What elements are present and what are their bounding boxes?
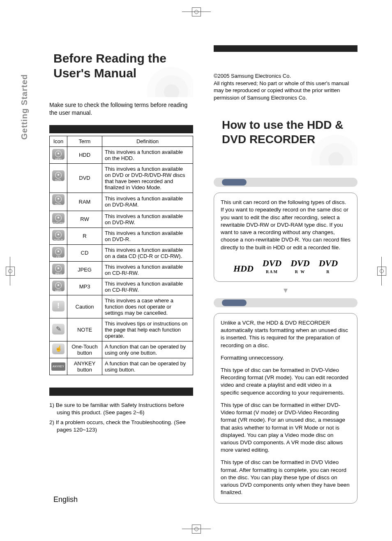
right-title-wrap: How to use the HDD & DVD RECORDER: [214, 109, 357, 165]
hdd-logo: HDD: [233, 262, 254, 275]
caution-icon: [52, 301, 65, 311]
term-cell: DVD: [67, 163, 102, 193]
formatting-p4: This type of disc can be formatted in ei…: [221, 402, 350, 454]
disc-icon: DVD-VIDEO: [52, 170, 65, 181]
disc-icon: JPEG: [52, 264, 65, 274]
dvd-r-logo: DVDR: [319, 257, 338, 275]
term-cell: One-Touch button: [67, 341, 102, 358]
registration-mark-right: [377, 267, 386, 276]
definition-cell: This involves a function available on th…: [102, 146, 193, 163]
th-term: Term: [67, 136, 102, 146]
icon-cell: DVD-VIDEO: [50, 163, 67, 193]
right-column: ©2005 Samsung Electronics Co. All rights…: [214, 45, 357, 504]
definition-cell: This involves a function available on CD…: [102, 278, 193, 295]
list-item: 1) Be sure to be familiar with Safety In…: [49, 402, 193, 416]
page-language-footer: English: [53, 495, 78, 504]
disc-icon: MP3: [52, 281, 65, 291]
term-cell: HDD: [67, 146, 102, 163]
term-cell: NOTE: [67, 318, 102, 341]
table-row: JPEGJPEGThis involves a function availab…: [50, 261, 193, 278]
table-row: DVD-VIDEODVDThis involves a function ava…: [50, 163, 193, 193]
icon-cell: MP3: [50, 278, 67, 295]
left-title-wrap: Before Reading the User's Manual: [49, 45, 193, 97]
icon-cell: JPEG: [50, 261, 67, 278]
definition-cell: This involves a function available on DV…: [102, 228, 193, 244]
definition-cell: This involves a function available on a …: [102, 244, 193, 261]
dvd-ram-logo: DVDRAM: [263, 257, 281, 275]
formatting-p1: Unlike a VCR, the HDD & DVD RECORDER aut…: [221, 319, 350, 349]
disc-icon: CD: [52, 247, 65, 258]
icon-cell: DVD-R: [50, 228, 67, 244]
left-column: Before Reading the User's Manual Make su…: [49, 45, 193, 504]
definition-cell: This involves a function available on DV…: [102, 193, 193, 211]
icon-cell: [50, 318, 67, 341]
list-item: 2) If a problem occurs, check the Troubl…: [49, 419, 193, 434]
terms-table: Icon Term Definition HDDHDDThis involves…: [49, 136, 193, 375]
disc-logo-row: HDD DVDRAM DVDR W DVDR: [221, 257, 350, 275]
definition-cell: This involves a function available on DV…: [102, 211, 193, 228]
th-definition: Definition: [102, 136, 193, 146]
definition-cell: A function that can be operated by using…: [102, 341, 193, 358]
term-cell: ANYKEY button: [67, 358, 102, 375]
formatting-p2: Formatting unneccessory.: [221, 354, 350, 362]
table-row: ANYKEYANYKEY buttonA function that can b…: [50, 358, 193, 375]
term-cell: RW: [67, 211, 102, 228]
term-cell: R: [67, 228, 102, 244]
notes-heading-bar: [49, 388, 193, 396]
term-cell: JPEG: [67, 261, 102, 278]
table-row: CautionThis involves a case where a func…: [50, 295, 193, 318]
formatting-box: Unlike a VCR, the HDD & DVD RECORDER aut…: [214, 313, 357, 504]
icon-cell: ANYKEY: [50, 358, 67, 375]
disc-icon: DVD-RW: [52, 213, 65, 224]
formatting-p3: This type of disc can be formatted in DV…: [221, 367, 350, 397]
icon-cell: DVD-RW: [50, 211, 67, 228]
manual-page: Getting Started Before Reading the User'…: [0, 0, 392, 541]
anykey-icon: ANYKEY: [51, 362, 65, 371]
registration-mark-bottom: [192, 525, 201, 534]
one-touch-icon: [52, 344, 65, 354]
copyright-text: ©2005 Samsung Electronics Co. All rights…: [214, 72, 357, 101]
table-row: CDCDThis involves a function available o…: [50, 244, 193, 261]
disc-types-text: This unit can record on the following ty…: [221, 199, 350, 251]
dvd-rw-logo: DVDR W: [291, 257, 309, 275]
side-tab: Getting Started: [20, 74, 29, 139]
registration-mark-left: [6, 267, 15, 276]
table-row: HDDHDDThis involves a function available…: [50, 146, 193, 163]
disc-icon: DVD-R: [52, 230, 65, 241]
disc-icon: DVD-RAM: [52, 194, 65, 205]
definition-cell: A function that can be operated by using…: [102, 358, 193, 375]
right-title: How to use the HDD & DVD RECORDER: [218, 115, 353, 149]
notes-list: 1) Be sure to be familiar with Safety In…: [49, 402, 193, 434]
table-row: One-Touch buttonA function that can be o…: [50, 341, 193, 358]
definition-cell: This involves tips or instructions on th…: [102, 318, 193, 341]
section-pill-1: [214, 178, 357, 187]
disc-types-box: This unit can record on the following ty…: [214, 193, 357, 282]
term-cell: RAM: [67, 193, 102, 211]
right-top-bar: [214, 45, 357, 52]
arrow-down-icon: ▾: [214, 285, 357, 295]
definition-cell: This involves a case where a function do…: [102, 295, 193, 318]
table-row: NOTEThis involves tips or instructions o…: [50, 318, 193, 341]
icon-cell: [50, 295, 67, 318]
th-icon: Icon: [50, 136, 67, 146]
disc-icon: HDD: [52, 149, 65, 160]
formatting-p5: This type of disc can be formatted in DV…: [221, 459, 350, 496]
icon-cell: CD: [50, 244, 67, 261]
icon-cell: HDD: [50, 146, 67, 163]
definition-cell: This involves a function available on DV…: [102, 163, 193, 193]
note-icon: [52, 324, 65, 334]
registration-mark-top: [192, 7, 201, 16]
table-row: DVD-RRThis involves a function available…: [50, 228, 193, 244]
left-title: Before Reading the User's Manual: [53, 51, 189, 81]
icon-cell: [50, 341, 67, 358]
icon-cell: DVD-RAM: [50, 193, 67, 211]
table-row: DVD-RAMRAMThis involves a function avail…: [50, 193, 193, 211]
term-cell: Caution: [67, 295, 102, 318]
table-heading-bar: [49, 125, 193, 133]
section-pill-2: [214, 298, 357, 307]
left-intro: Make sure to check the following terms b…: [49, 101, 193, 117]
term-cell: MP3: [67, 278, 102, 295]
table-row: DVD-RWRWThis involves a function availab…: [50, 211, 193, 228]
term-cell: CD: [67, 244, 102, 261]
definition-cell: This involves a function available on CD…: [102, 261, 193, 278]
